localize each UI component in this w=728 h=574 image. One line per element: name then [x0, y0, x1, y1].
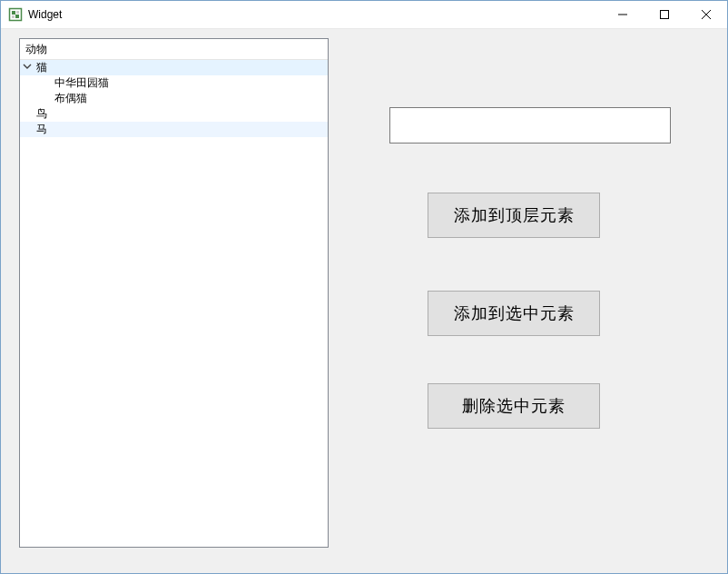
tree-item-label: 猫: [34, 60, 47, 75]
tree-item-label: 中华田园猫: [53, 75, 109, 91]
svg-rect-3: [12, 15, 15, 18]
delete-selected-button[interactable]: 删除选中元素: [428, 383, 600, 429]
svg-rect-6: [661, 11, 669, 19]
text-input[interactable]: [389, 107, 671, 144]
window-title: Widget: [28, 8, 62, 21]
tree-item[interactable]: 中华田园猫: [20, 75, 328, 91]
add-top-level-button[interactable]: 添加到顶层元素: [428, 193, 600, 238]
tree-item[interactable]: 马: [20, 122, 328, 137]
svg-rect-1: [12, 11, 15, 15]
close-button[interactable]: [685, 1, 727, 29]
tree-body: 猫中华田园猫布偶猫鸟马: [20, 60, 328, 137]
tree-header[interactable]: 动物: [20, 39, 328, 60]
window: Widget 动物 猫中华田园猫布偶猫鸟马 添加到顶层元素 添加到选中元素 删除…: [0, 0, 728, 574]
tree-item-label: 鸟: [34, 106, 47, 122]
add-to-selected-button[interactable]: 添加到选中元素: [428, 291, 600, 336]
tree-item[interactable]: 猫: [20, 60, 328, 75]
tree-item[interactable]: 鸟: [20, 106, 328, 122]
tree-item-label: 马: [34, 122, 47, 137]
minimize-button[interactable]: [602, 1, 644, 29]
svg-rect-2: [16, 11, 19, 14]
svg-rect-4: [15, 15, 19, 18]
tree-item-label: 布偶猫: [53, 91, 87, 106]
tree-item[interactable]: 布偶猫: [20, 91, 328, 106]
maximize-button[interactable]: [644, 1, 685, 29]
app-icon: [8, 7, 23, 22]
client-area: 动物 猫中华田园猫布偶猫鸟马 添加到顶层元素 添加到选中元素 删除选中元素: [1, 29, 727, 573]
tree-widget[interactable]: 动物 猫中华田园猫布偶猫鸟马: [19, 38, 329, 548]
titlebar: Widget: [1, 1, 727, 29]
chevron-down-icon[interactable]: [20, 60, 34, 75]
